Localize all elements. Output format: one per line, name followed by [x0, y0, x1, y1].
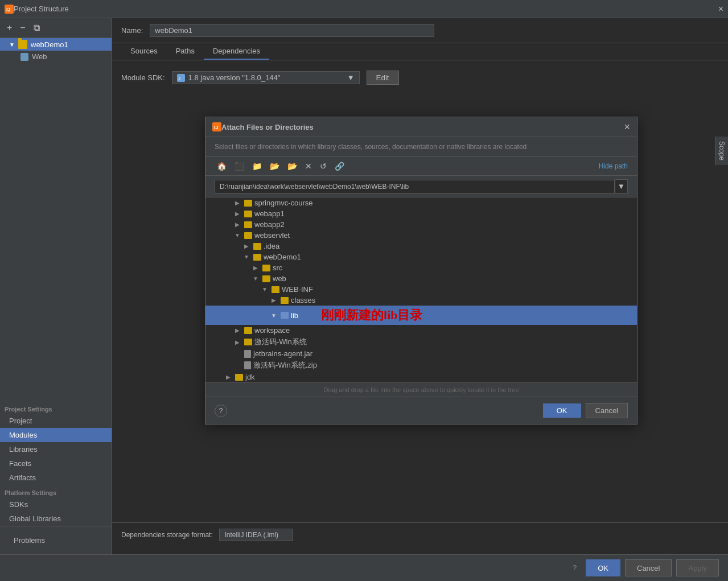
name-input[interactable] — [150, 24, 434, 37]
scope-tab[interactable]: Scope — [715, 137, 728, 165]
tree-item-webapp1[interactable]: ▶ webapp1 — [205, 208, 637, 219]
dialog-subtitle: Select files or directories in which lib… — [205, 137, 637, 157]
expand-icon: ▶ — [224, 374, 233, 380]
home-button[interactable]: 🏠 — [215, 160, 229, 172]
dialog-cancel-button[interactable]: Cancel — [586, 403, 628, 418]
item-label: jetbrains-agent.jar — [253, 349, 312, 358]
project-settings-section: Project Settings Project Modules Librari… — [0, 401, 112, 485]
window-close-button[interactable]: × — [718, 4, 723, 14]
item-label: 激活码-Win系统 — [254, 337, 307, 347]
storage-select[interactable]: IntelliJ IDEA (.iml) — [219, 529, 293, 541]
tree-item-webapp2[interactable]: ▶ webapp2 — [205, 219, 637, 230]
tree-item-lib[interactable]: ▼ lib 刚刚新建的lib目录 — [205, 306, 637, 325]
hide-path-link[interactable]: Hide path — [599, 162, 628, 170]
tree-item-label: Web — [32, 52, 47, 61]
help-button[interactable]: ? — [569, 559, 582, 576]
tree-item-workspace[interactable]: ▶ workspace — [205, 325, 637, 336]
dialog-ok-button[interactable]: OK — [543, 403, 581, 418]
expand-button[interactable]: 📂 — [268, 160, 282, 172]
dialog-close-button[interactable]: × — [624, 122, 630, 132]
sidebar-item-problems[interactable]: Problems — [5, 533, 107, 547]
expand-icon: ▶ — [233, 221, 242, 228]
path-input[interactable] — [215, 180, 615, 193]
item-label: classes — [291, 296, 315, 304]
module-header: Name: — [112, 18, 728, 43]
sdk-label: Module SDK: — [121, 73, 165, 82]
refresh-button[interactable]: ↺ — [318, 160, 329, 172]
dialog-help-button[interactable]: ? — [215, 405, 227, 417]
tree-item-jdk[interactable]: ▶ jdk — [205, 372, 637, 382]
item-label: WEB-INF — [282, 285, 313, 294]
link-button[interactable]: 🔗 — [332, 160, 347, 172]
attach-files-dialog: IJ Attach Files or Directories × Select … — [205, 117, 637, 425]
sidebar-item-project[interactable]: Project — [0, 414, 112, 428]
tree-item-src[interactable]: ▶ src — [205, 262, 637, 273]
expand-icon: ▼ — [269, 312, 278, 319]
dialog-path-bar: ▼ — [205, 176, 637, 197]
remove-module-button[interactable]: − — [18, 22, 27, 34]
tab-sources[interactable]: Sources — [121, 43, 167, 60]
folder-icon — [244, 327, 252, 334]
tab-paths[interactable]: Paths — [167, 43, 204, 60]
sidebar-item-global-libraries[interactable]: Global Libraries — [0, 512, 112, 526]
storage-label: Dependencies storage format: — [121, 531, 213, 539]
item-label: .idea — [264, 242, 279, 250]
tree-item-webdemo1[interactable]: ▼ webDemo1 — [0, 38, 112, 51]
item-label: webservlet — [254, 231, 290, 240]
apply-button[interactable]: Apply — [676, 559, 719, 576]
sdk-row: Module SDK: J 1.8 java version "1.8.0_14… — [121, 71, 719, 85]
tree-item-springmvc[interactable]: ▶ springmvc-course — [205, 197, 637, 208]
sidebar-item-artifacts[interactable]: Artifacts — [0, 471, 112, 485]
dialog-title: Attach Files or Directories — [221, 123, 624, 131]
copy-module-button[interactable]: ⧉ — [31, 22, 42, 34]
file-icon — [244, 361, 251, 369]
item-label: web — [273, 274, 286, 283]
sidebar-item-sdks[interactable]: SDKs — [0, 497, 112, 512]
dialog-footer: ? OK Cancel — [205, 397, 637, 424]
dialog-tree[interactable]: ▶ springmvc-course ▶ webapp1 ▶ webapp2 — [205, 197, 637, 382]
tree-item-webinf[interactable]: ▼ WEB-INF — [205, 284, 637, 295]
folder-icon — [244, 339, 252, 345]
item-label: webDemo1 — [264, 253, 301, 261]
tree-item-web-inner[interactable]: ▼ web — [205, 273, 637, 284]
svg-text:IJ: IJ — [6, 7, 11, 13]
item-label: workspace — [254, 326, 290, 335]
module-tree: ▼ webDemo1 Web — [0, 38, 112, 401]
expand-icon: ▼ — [260, 286, 269, 292]
sdk-edit-button[interactable]: Edit — [367, 71, 399, 85]
tree-item-jetbrains-agent[interactable]: jetbrains-agent.jar — [205, 348, 637, 359]
storage-format-row: Dependencies storage format: IntelliJ ID… — [112, 522, 728, 547]
folder-icon — [253, 243, 261, 250]
tree-item-web[interactable]: Web — [0, 51, 112, 63]
folder-icon — [244, 232, 252, 239]
svg-text:IJ: IJ — [214, 125, 219, 130]
expand-icon: ▶ — [233, 339, 242, 345]
platform-settings-label: Platform Settings — [0, 485, 112, 497]
item-label: webapp2 — [254, 220, 285, 229]
tab-dependencies[interactable]: Dependencies — [204, 43, 269, 60]
up-button[interactable]: ⬛ — [232, 160, 246, 172]
tree-item-webdemo1-inner[interactable]: ▼ webDemo1 — [205, 252, 637, 262]
sidebar-item-modules[interactable]: Modules — [0, 428, 112, 442]
delete-button[interactable]: ✕ — [303, 160, 314, 172]
folder-button[interactable]: 📁 — [250, 160, 264, 172]
tree-item-idea[interactable]: ▶ .idea — [205, 241, 637, 252]
cancel-button[interactable]: Cancel — [625, 559, 672, 576]
add-module-button[interactable]: + — [5, 22, 14, 34]
path-dropdown-button[interactable]: ▼ — [615, 179, 628, 193]
folder-icon — [281, 297, 289, 304]
item-label: springmvc-course — [254, 199, 313, 207]
scope-label: Scope — [718, 141, 726, 160]
collapse-folder-button[interactable]: 📂 — [285, 160, 299, 172]
sidebar-item-libraries[interactable]: Libraries — [0, 442, 112, 456]
tree-item-activate-win[interactable]: ▶ 激活码-Win系统 — [205, 336, 637, 348]
sdk-select[interactable]: J 1.8 java version "1.8.0_144" ▼ — [172, 71, 360, 84]
ok-button[interactable]: OK — [586, 559, 620, 576]
tree-item-webservlet[interactable]: ▼ webservlet — [205, 230, 637, 241]
tree-item-classes[interactable]: ▶ classes — [205, 295, 637, 306]
sidebar-item-facets[interactable]: Facets — [0, 456, 112, 471]
storage-select-wrap[interactable]: IntelliJ IDEA (.iml) — [219, 530, 293, 539]
item-label: 激活码-Win系统.zip — [253, 360, 317, 370]
expand-icon: ▶ — [233, 211, 242, 217]
tree-item-activate-zip[interactable]: 激活码-Win系统.zip — [205, 359, 637, 372]
